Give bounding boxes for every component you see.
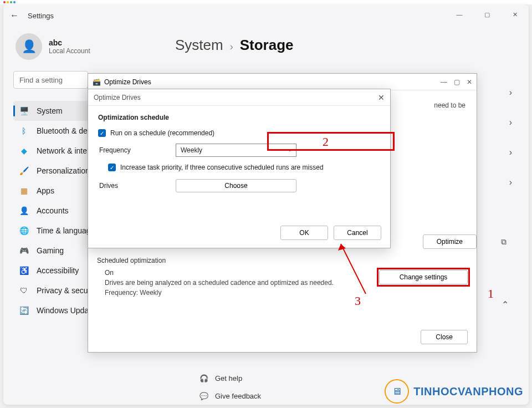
profile[interactable]: 👤 abc Local Account	[13, 33, 142, 60]
chevron-right-icon[interactable]: ›	[509, 118, 512, 128]
give-feedback-link[interactable]: Give feedback	[215, 392, 261, 400]
nav-icon: ♿	[19, 266, 29, 276]
avatar-icon: 👤	[16, 33, 42, 60]
feedback-icon: 💬	[200, 392, 208, 400]
nav-icon: ◆	[19, 146, 29, 156]
dialog-title: Optimize Drives	[94, 94, 141, 101]
nav-icon: 👤	[19, 206, 29, 216]
nav-label: Personalization	[37, 166, 90, 175]
setting-chevrons: › › › ›	[509, 88, 512, 187]
search-input[interactable]: Find a setting	[13, 71, 88, 89]
breadcrumb-current: Storage	[240, 37, 294, 54]
nav-icon: 🖌️	[19, 166, 29, 176]
partial-text: need to be	[434, 101, 466, 109]
user-name: abc	[49, 38, 90, 47]
nav-label: Gaming	[37, 246, 64, 255]
user-account: Local Account	[49, 47, 90, 55]
frequency-select[interactable]: Weekly	[176, 144, 296, 157]
close-button[interactable]: ✕	[467, 78, 472, 86]
nav-icon: 🛡	[19, 285, 29, 295]
chevron-right-icon[interactable]: ›	[509, 147, 512, 157]
breadcrumb-parent[interactable]: System	[175, 37, 223, 54]
nav-icon: ᛒ	[19, 126, 29, 136]
maximize-button[interactable]: ▢	[454, 78, 460, 86]
section-header: Optimization schedule	[98, 114, 380, 121]
choose-drives-button[interactable]: Choose	[176, 179, 296, 192]
maximize-button[interactable]: ▢	[479, 8, 495, 21]
nav-label: Apps	[37, 186, 54, 195]
nav-icon: 🌐	[19, 226, 29, 236]
minimize-button[interactable]: —	[441, 78, 447, 86]
optimize-button[interactable]: Optimize	[423, 234, 477, 249]
chevron-right-icon[interactable]: ›	[509, 88, 512, 98]
close-button[interactable]: ✕	[507, 8, 523, 21]
breadcrumb: System › Storage	[175, 37, 512, 54]
sched-header: Scheduled optimization	[97, 257, 468, 264]
window-controls: — ▢ ✕	[451, 8, 523, 21]
chevron-right-icon[interactable]: ›	[509, 177, 512, 187]
drive-icon: 🗃️	[93, 78, 101, 86]
back-button[interactable]: ←	[10, 11, 19, 21]
brand-text: TINHOCVANPHONG	[413, 385, 523, 398]
titlebar: ← Settings	[3, 4, 529, 27]
nav-label: System	[37, 106, 63, 115]
cancel-button[interactable]: Cancel	[334, 226, 381, 240]
frequency-label: Frequency	[98, 146, 176, 154]
window-title: Settings	[28, 12, 54, 20]
chevron-right-icon: ›	[230, 41, 233, 53]
nav-label: Accounts	[37, 206, 69, 215]
run-schedule-checkbox[interactable]: ✓	[98, 129, 106, 137]
od-titlebar: 🗃️ Optimize Drives — ▢ ✕	[88, 74, 477, 90]
chevron-up-icon[interactable]: ⌃	[502, 299, 509, 310]
external-link-icon[interactable]: ⧉	[501, 237, 507, 247]
increase-priority-label: Increase task priority, if three consecu…	[120, 164, 324, 171]
nav-label: Accessibility	[37, 266, 79, 275]
ok-button[interactable]: OK	[280, 226, 328, 240]
nav-icon: 🖥️	[19, 106, 29, 116]
nav-label: Windows Update	[37, 306, 95, 315]
watermark: 🖥 TINHOCVANPHONG	[385, 379, 523, 404]
nav-label: Time & language	[37, 226, 95, 235]
help-icon: 🎧	[200, 374, 208, 382]
schedule-dialog: Optimize Drives ✕ Optimization schedule …	[88, 89, 391, 248]
close-button[interactable]: Close	[421, 330, 468, 344]
nav-icon: 🎮	[19, 246, 29, 256]
increase-priority-checkbox[interactable]: ✓	[108, 164, 116, 171]
scheduled-optimization-section: Scheduled optimization On Drives are bei…	[97, 257, 468, 299]
close-icon[interactable]: ✕	[378, 93, 385, 102]
nav-icon: ▦	[19, 186, 29, 196]
dialog-titlebar: Optimize Drives ✕	[88, 89, 390, 106]
od-title-text: Optimize Drives	[104, 78, 151, 86]
sched-frequency: Frequency: Weekly	[105, 289, 468, 297]
change-settings-button[interactable]: Change settings	[379, 270, 468, 284]
nav-icon: 🔄	[19, 305, 29, 315]
drives-label: Drives	[98, 182, 176, 190]
brand-icon: 🖥	[385, 379, 409, 404]
minimize-button[interactable]: —	[451, 8, 468, 21]
run-schedule-label: Run on a schedule (recommended)	[110, 129, 214, 137]
help-section: 🎧Get help 💬Give feedback	[200, 369, 261, 405]
get-help-link[interactable]: Get help	[215, 374, 242, 382]
